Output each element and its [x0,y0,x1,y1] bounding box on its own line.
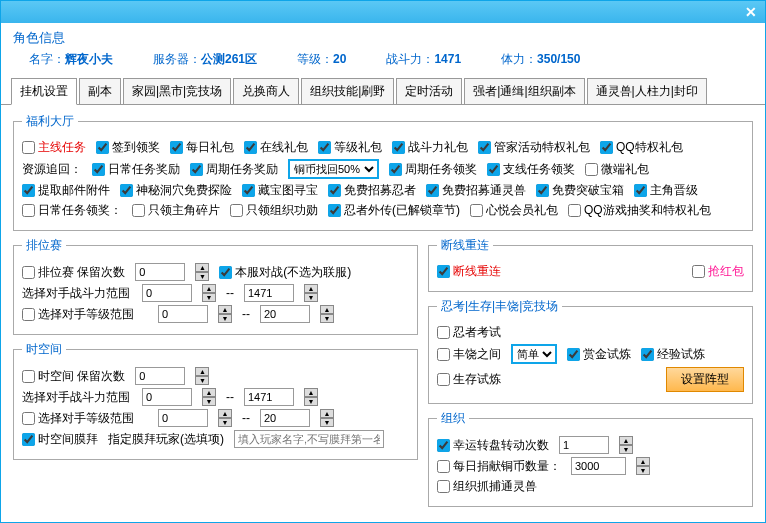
cb-level-gift[interactable]: 等级礼包 [318,139,382,156]
cb-lucky-spin[interactable]: 幸运转盘转动次数 [437,437,549,454]
cb-online-gift[interactable]: 在线礼包 [244,139,308,156]
cb-qq-gift[interactable]: QQ特权礼包 [600,139,683,156]
spinner-icon[interactable]: ▲▼ [304,388,318,406]
resource-label: 资源追回： [22,161,82,178]
spinner-icon[interactable]: ▲▼ [320,409,334,427]
st-pow-lo[interactable] [142,388,192,406]
tab-idle-settings[interactable]: 挂机设置 [11,78,77,105]
cb-redpacket[interactable]: 抢红包 [692,263,744,280]
rank-keep-input[interactable] [135,263,185,281]
tab-spirit[interactable]: 通灵兽|人柱力|封印 [587,78,707,104]
cb-daily-gift[interactable]: 每日礼包 [170,139,234,156]
cb-recruit-spirit[interactable]: 免费招募通灵兽 [426,182,526,199]
power-field: 战斗力：1471 [386,51,461,68]
spinner-icon[interactable]: ▲▼ [636,457,650,475]
cb-org-capture[interactable]: 组织抓捕通灵兽 [437,478,537,495]
st-pow-label: 选择对手战斗力范围 [22,389,132,406]
cb-donate[interactable]: 每日捐献铜币数量： [437,458,561,475]
cb-daily-reward[interactable]: 日常任务奖励 [92,161,180,178]
cb-gaiden[interactable]: 忍者外传(已解锁章节) [328,202,460,219]
cb-butler-gift[interactable]: 管家活动特权礼包 [478,139,590,156]
tab-org-skill[interactable]: 组织技能|刷野 [301,78,394,104]
spinner-icon[interactable]: ▲▼ [218,409,232,427]
cb-st-lvl[interactable]: 选择对手等级范围 [22,410,148,427]
cb-st-keep[interactable]: 时空间 保留次数 [22,368,125,385]
cb-daily-claim[interactable]: 日常任务领奖： [22,202,122,219]
coin-recover-select[interactable]: 铜币找回50% [288,159,379,179]
spin-count-input[interactable] [559,436,609,454]
rank-pow-lo[interactable] [142,284,192,302]
cb-weekly-claim[interactable]: 周期任务领奖 [389,161,477,178]
cb-hero-frag[interactable]: 只领主角碎片 [132,202,220,219]
worship-input[interactable] [234,430,384,448]
spinner-icon[interactable]: ▲▼ [195,367,209,385]
content: 福利大厅 主线任务 签到领奖 每日礼包 在线礼包 等级礼包 战斗力礼包 管家活动… [1,105,765,521]
reconnect-group: 断线重连 断线重连 抢红包 [428,237,753,292]
exam-group: 忍考|生存|丰饶|竞技场 忍者考试 丰饶之间 简单 赏金试炼 经验试炼 生存试炼… [428,298,753,404]
cb-bounty[interactable]: 赏金试炼 [567,346,631,363]
spinner-icon[interactable]: ▲▼ [304,284,318,302]
spinner-icon[interactable]: ▲▼ [202,284,216,302]
cb-signin[interactable]: 签到领奖 [96,139,160,156]
cb-treasure[interactable]: 藏宝图寻宝 [242,182,318,199]
tab-exchange[interactable]: 兑换商人 [233,78,299,104]
cb-rank-keep[interactable]: 排位赛 保留次数 [22,264,125,281]
exam-legend: 忍考|生存|丰饶|竞技场 [437,298,562,315]
spacetime-group: 时空间 时空间 保留次数 ▲▼ 选择对手战斗力范围 ▲▼ -- ▲▼ 选择对手等… [13,341,418,460]
spinner-icon[interactable]: ▲▼ [619,436,633,454]
cb-local-server[interactable]: 本服对战(不选为联服) [219,264,351,281]
rank-lvl-hi[interactable] [260,305,310,323]
rank-legend: 排位赛 [22,237,66,254]
cb-weekly-reward[interactable]: 周期任务奖励 [190,161,278,178]
server-field: 服务器：公测261区 [153,51,257,68]
header: 角色信息 名字：辉夜小夫 服务器：公测261区 等级：20 战斗力：1471 体… [1,23,765,76]
cb-ninja-exam[interactable]: 忍者考试 [437,324,501,341]
welfare-legend: 福利大厅 [22,113,78,130]
tab-timed[interactable]: 定时活动 [396,78,462,104]
cb-rank-lvl[interactable]: 选择对手等级范围 [22,306,148,323]
cb-cave[interactable]: 神秘洞穴免费探险 [120,182,232,199]
titlebar: ✕ [1,1,765,23]
cb-worship[interactable]: 时空间膜拜 [22,431,98,448]
rank-lvl-lo[interactable] [158,305,208,323]
cb-promote[interactable]: 主角晋级 [634,182,698,199]
org-legend: 组织 [437,410,469,427]
cb-qq-lottery[interactable]: QQ游戏抽奖和特权礼包 [568,202,711,219]
cb-xinyue[interactable]: 心悦会员礼包 [470,202,558,219]
cb-break-box[interactable]: 免费突破宝箱 [536,182,624,199]
tab-home[interactable]: 家园|黑市|竞技场 [123,78,231,104]
cb-side-claim[interactable]: 支线任务领奖 [487,161,575,178]
name-field: 名字：辉夜小夫 [29,51,113,68]
st-lvl-hi[interactable] [260,409,310,427]
st-lvl-lo[interactable] [158,409,208,427]
rank-pow-hi[interactable] [244,284,294,302]
welfare-group: 福利大厅 主线任务 签到领奖 每日礼包 在线礼包 等级礼包 战斗力礼包 管家活动… [13,113,753,231]
cb-exp-trial[interactable]: 经验试炼 [641,346,705,363]
tab-bar: 挂机设置 副本 家园|黑市|竞技场 兑换商人 组织技能|刷野 定时活动 强者|通… [1,78,765,105]
st-pow-hi[interactable] [244,388,294,406]
cb-main-quest[interactable]: 主线任务 [22,139,86,156]
difficulty-select[interactable]: 简单 [511,344,557,364]
spinner-icon[interactable]: ▲▼ [320,305,334,323]
donate-input[interactable] [571,457,626,475]
close-icon[interactable]: ✕ [745,4,757,20]
formation-button[interactable]: 设置阵型 [666,367,744,392]
stamina-field: 体力：350/150 [501,51,580,68]
cb-org-merit[interactable]: 只领组织功勋 [230,202,318,219]
cb-reconnect[interactable]: 断线重连 [437,263,501,280]
spinner-icon[interactable]: ▲▼ [202,388,216,406]
spinner-icon[interactable]: ▲▼ [218,305,232,323]
cb-mail[interactable]: 提取邮件附件 [22,182,110,199]
tab-wanted[interactable]: 强者|通缉|组织副本 [464,78,584,104]
header-title: 角色信息 [13,29,753,47]
cb-recruit-ninja[interactable]: 免费招募忍者 [328,182,416,199]
st-keep-input[interactable] [135,367,185,385]
tab-dungeon[interactable]: 副本 [79,78,121,104]
cb-fengrao[interactable]: 丰饶之间 [437,346,501,363]
cb-power-gift[interactable]: 战斗力礼包 [392,139,468,156]
cb-micro-gift[interactable]: 微端礼包 [585,161,649,178]
spinner-icon[interactable]: ▲▼ [195,263,209,281]
cb-survival[interactable]: 生存试炼 [437,371,501,388]
reconnect-legend: 断线重连 [437,237,493,254]
main-window: ✕ 角色信息 名字：辉夜小夫 服务器：公测261区 等级：20 战斗力：1471… [0,0,766,523]
